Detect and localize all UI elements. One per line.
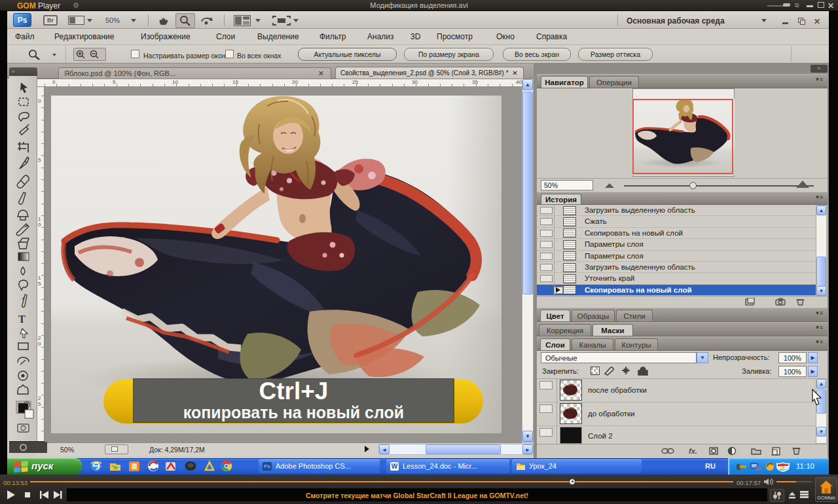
svg-text:.: .: [737, 450, 738, 456]
svg-text:fx.: fx.: [689, 447, 697, 455]
svg-text:T: T: [18, 314, 26, 325]
